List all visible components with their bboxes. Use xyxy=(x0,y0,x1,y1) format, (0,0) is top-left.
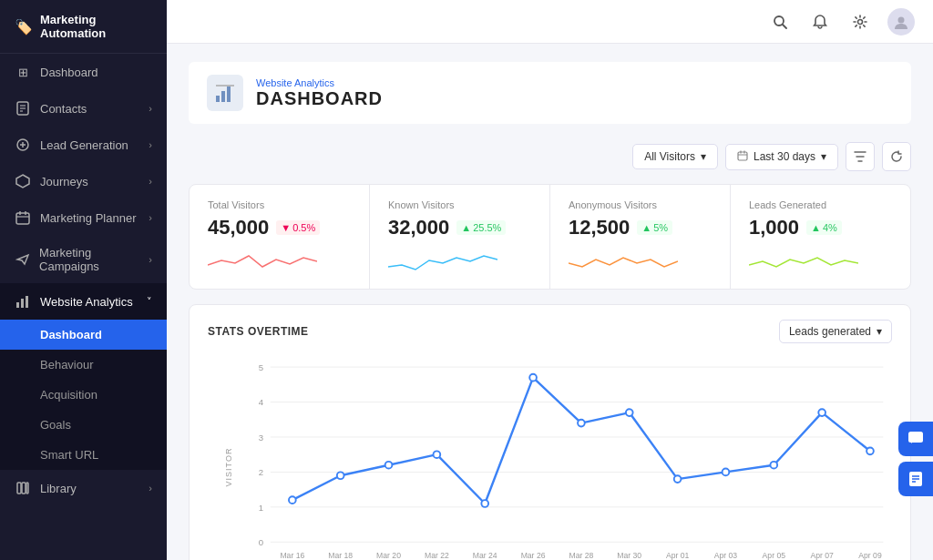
svg-point-61 xyxy=(674,475,682,483)
stat-value-leads: 1,000 xyxy=(749,216,799,239)
stat-card-anonymous-visitors: Anonymous Visitors 12,500 ▲ 5% xyxy=(550,185,731,289)
svg-text:Mar 28: Mar 28 xyxy=(569,551,593,560)
library-chevron: › xyxy=(149,483,152,494)
date-range-label: Last 30 days xyxy=(754,150,815,163)
chart-dropdown-label: Leads generated xyxy=(789,325,871,338)
svg-text:Apr 09: Apr 09 xyxy=(858,551,882,560)
svg-rect-14 xyxy=(22,483,26,494)
sidebar-subitem-acquisition[interactable]: Acquisition xyxy=(0,380,167,410)
svg-text:Apr 03: Apr 03 xyxy=(714,551,738,560)
svg-point-56 xyxy=(434,451,441,458)
svg-text:Apr 07: Apr 07 xyxy=(810,551,834,560)
sparkline-total xyxy=(208,247,317,274)
stat-value-known: 32,000 xyxy=(388,216,449,239)
svg-point-53 xyxy=(289,496,296,504)
sidebar-item-lead-generation[interactable]: Lead Generation › xyxy=(0,127,167,163)
sidebar-item-dashboard[interactable]: ⊞ Dashboard xyxy=(0,54,167,90)
svg-point-57 xyxy=(481,500,488,507)
sidebar-item-website-analytics[interactable]: Website Analytics ˅ xyxy=(0,283,167,320)
sidebar-label-website-analytics: Website Analytics xyxy=(40,295,133,309)
svg-point-55 xyxy=(385,462,393,469)
svg-text:3: 3 xyxy=(259,433,263,443)
sidebar-label-journeys: Journeys xyxy=(40,175,88,188)
svg-rect-13 xyxy=(17,483,21,494)
sidebar-label-library: Library xyxy=(40,482,77,495)
date-range-filter[interactable]: Last 30 days ▾ xyxy=(725,144,838,170)
logo-icon: 🏷️ xyxy=(15,18,33,36)
svg-point-63 xyxy=(770,462,777,469)
analytics-chevron: ˅ xyxy=(147,296,152,308)
stat-badge-anonymous: ▲ 5% xyxy=(637,220,672,235)
stat-value-anonymous: 12,500 xyxy=(569,216,630,239)
visitor-type-label: All Visitors xyxy=(644,150,695,163)
svg-text:2: 2 xyxy=(259,467,263,477)
chart-header: STATS OVERTIME Leads generated ▾ xyxy=(208,320,892,343)
page-title: DASHBOARD xyxy=(256,88,383,109)
user-avatar[interactable] xyxy=(887,8,915,36)
svg-rect-15 xyxy=(26,483,28,494)
svg-text:Mar 22: Mar 22 xyxy=(425,551,449,560)
svg-point-64 xyxy=(818,409,825,416)
svg-text:Mar 16: Mar 16 xyxy=(280,551,304,560)
page-content: Website Analytics DASHBOARD All Visitors… xyxy=(167,44,933,560)
calendar-icon xyxy=(737,150,748,164)
dashboard-icon: ⊞ xyxy=(15,64,31,80)
app-name: Marketing Automation xyxy=(40,13,152,40)
sidebar-item-library[interactable]: Library › xyxy=(0,470,167,506)
svg-text:0: 0 xyxy=(259,537,263,547)
stat-card-known-visitors: Known Visitors 32,000 ▲ 25.5% xyxy=(370,185,550,289)
subitem-label-smart-url: Smart URL xyxy=(40,448,98,462)
svg-rect-10 xyxy=(16,302,19,308)
planner-icon xyxy=(15,209,31,226)
search-icon[interactable] xyxy=(767,9,793,35)
chat-dock-button[interactable] xyxy=(898,422,933,456)
page-header-text: Website Analytics DASHBOARD xyxy=(256,77,383,109)
visitor-type-filter[interactable]: All Visitors ▾ xyxy=(632,144,718,169)
journeys-chevron: › xyxy=(149,176,152,187)
svg-point-59 xyxy=(578,420,585,427)
svg-rect-66 xyxy=(908,432,923,443)
sidebar-item-marketing-campaigns[interactable]: Marketing Campaigns › xyxy=(0,236,167,283)
visitor-type-chevron: ▾ xyxy=(701,150,706,163)
library-icon xyxy=(15,480,31,496)
notes-dock-button[interactable] xyxy=(898,462,933,496)
sparkline-anonymous xyxy=(569,247,678,274)
contacts-chevron: › xyxy=(149,103,152,114)
stat-label-total: Total Visitors xyxy=(208,199,351,210)
sidebar-subitem-behaviour[interactable]: Behaviour xyxy=(0,350,167,380)
sidebar-label-dashboard: Dashboard xyxy=(40,66,98,79)
svg-text:Mar 20: Mar 20 xyxy=(376,551,401,560)
svg-rect-24 xyxy=(738,152,747,160)
analytics-icon xyxy=(15,293,31,310)
svg-text:Mar 18: Mar 18 xyxy=(328,551,353,560)
subitem-label-dashboard: Dashboard xyxy=(40,328,102,341)
sidebar-label-marketing-campaigns: Marketing Campaigns xyxy=(39,246,149,273)
svg-point-65 xyxy=(866,448,874,455)
notification-icon[interactable] xyxy=(807,9,833,35)
sidebar-subitem-smart-url[interactable]: Smart URL xyxy=(0,440,167,470)
sidebar-item-journeys[interactable]: Journeys › xyxy=(0,163,167,199)
svg-point-58 xyxy=(529,374,537,382)
stat-label-anonymous: Anonymous Visitors xyxy=(569,199,712,210)
stat-badge-known: ▲ 25.5% xyxy=(456,220,506,235)
chart-dropdown-chevron: ▾ xyxy=(877,325,882,338)
svg-text:1: 1 xyxy=(259,503,263,513)
contacts-icon xyxy=(15,100,31,117)
filter-button[interactable] xyxy=(846,142,875,171)
svg-rect-12 xyxy=(26,296,28,308)
chart-dropdown[interactable]: Leads generated ▾ xyxy=(779,320,892,343)
stat-value-total: 45,000 xyxy=(208,216,269,239)
refresh-button[interactable] xyxy=(882,142,911,171)
sidebar-subitem-dashboard[interactable]: Dashboard xyxy=(0,320,167,350)
chart-area: VISITOR 5 4 3 2 1 0 xyxy=(208,354,892,560)
svg-text:Apr 01: Apr 01 xyxy=(666,551,690,560)
sidebar-item-contacts[interactable]: Contacts › xyxy=(0,90,167,127)
sidebar-subitem-goals[interactable]: Goals xyxy=(0,410,167,440)
stat-label-leads: Leads Generated xyxy=(749,199,892,210)
app-logo: 🏷️ Marketing Automation xyxy=(0,0,167,54)
svg-rect-21 xyxy=(221,91,225,102)
sidebar-item-marketing-planner[interactable]: Marketing Planner › xyxy=(0,199,167,236)
settings-icon[interactable] xyxy=(847,9,873,35)
svg-rect-11 xyxy=(21,299,24,308)
svg-text:Mar 24: Mar 24 xyxy=(473,551,497,560)
